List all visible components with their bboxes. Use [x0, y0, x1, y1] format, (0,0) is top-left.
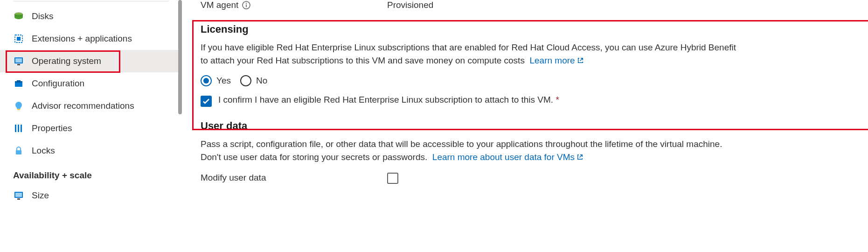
svg-rect-10	[17, 109, 20, 110]
radio-yes-label: Yes	[216, 76, 231, 86]
properties-icon	[13, 123, 24, 134]
sidebar-item-label: Configuration	[32, 78, 84, 89]
modify-userdata-value	[387, 172, 398, 184]
advisor-icon	[13, 100, 24, 112]
sidebar-item-label: Operating system	[32, 56, 101, 66]
size-icon	[13, 190, 24, 201]
disks-icon	[13, 11, 24, 22]
sidebar-item-configuration[interactable]: Configuration	[0, 72, 182, 95]
sidebar-divider	[13, 1, 169, 1]
info-icon[interactable]	[242, 1, 250, 9]
vm-agent-value: Provisioned	[387, 0, 433, 10]
locks-icon	[13, 145, 24, 156]
svg-rect-11	[15, 125, 16, 132]
required-mark: *	[556, 95, 559, 105]
sidebar-item-label: Properties	[32, 123, 72, 133]
sidebar-item-extensions[interactable]: Extensions + applications	[0, 28, 182, 50]
confirm-text: I confirm I have an eligible Red Hat Ent…	[218, 95, 553, 105]
learn-more-text: Learn more	[529, 54, 575, 67]
modify-userdata-row: Modify user data	[201, 172, 849, 184]
svg-rect-17	[17, 198, 20, 200]
extensions-icon	[13, 33, 24, 44]
sidebar-item-label: Locks	[32, 146, 55, 156]
configuration-icon	[13, 78, 24, 89]
userdata-desc: Pass a script, configuration file, or ot…	[201, 138, 737, 163]
sidebar-item-advisor[interactable]: Advisor recommendations	[0, 95, 182, 117]
sidebar: Disks Extensions + applications Operatin…	[0, 0, 182, 252]
sidebar-item-locks[interactable]: Locks	[0, 140, 182, 162]
confirm-checkbox[interactable]	[201, 96, 212, 107]
sidebar-section-availability-scale: Availability + scale	[0, 162, 182, 184]
userdata-learn-more-text: Learn more about user data for VMs	[432, 151, 575, 164]
licensing-desc: If you have eligible Red Hat Enterprise …	[201, 41, 737, 67]
vm-agent-label: VM agent	[201, 0, 387, 10]
radio-yes-indicator	[201, 75, 212, 86]
svg-rect-8	[15, 81, 22, 83]
confirm-label: I confirm I have an eligible Red Hat Ent…	[218, 95, 559, 105]
vm-agent-row: VM agent Provisioned	[201, 0, 849, 10]
svg-rect-6	[17, 64, 20, 65]
svg-point-20	[246, 3, 247, 4]
operating-system-icon	[13, 56, 24, 67]
sidebar-item-disks[interactable]: Disks	[0, 5, 182, 28]
userdata-section: User data Pass a script, configuration f…	[201, 120, 849, 184]
svg-rect-5	[15, 58, 22, 63]
radio-no-indicator	[240, 75, 251, 86]
radio-no-label: No	[256, 76, 267, 86]
radio-no[interactable]: No	[240, 75, 267, 86]
sidebar-item-label: Extensions + applications	[32, 34, 132, 44]
sidebar-item-label: Advisor recommendations	[32, 101, 134, 111]
userdata-title: User data	[201, 120, 849, 132]
sidebar-scrollbar[interactable]	[178, 0, 182, 114]
modify-userdata-label: Modify user data	[201, 173, 387, 183]
licensing-radio-group: Yes No	[201, 75, 849, 86]
licensing-learn-more-link[interactable]: Learn more	[529, 54, 583, 67]
sidebar-item-properties[interactable]: Properties	[0, 117, 182, 140]
licensing-desc-text: If you have eligible Red Hat Enterprise …	[201, 42, 736, 65]
external-link-icon	[577, 57, 584, 64]
svg-rect-9	[17, 80, 21, 81]
licensing-title: Licensing	[201, 23, 849, 35]
svg-rect-3	[17, 37, 21, 41]
radio-yes[interactable]: Yes	[201, 75, 231, 86]
sidebar-item-size[interactable]: Size	[0, 184, 182, 207]
svg-rect-16	[15, 193, 22, 197]
userdata-learn-more-link[interactable]: Learn more about user data for VMs	[432, 151, 583, 164]
svg-rect-12	[18, 125, 19, 132]
external-link-icon	[576, 154, 583, 161]
sidebar-item-label: Size	[32, 190, 49, 201]
modify-userdata-checkbox[interactable]	[387, 173, 398, 184]
svg-rect-14	[16, 150, 21, 154]
svg-rect-13	[21, 125, 22, 132]
vm-agent-label-text: VM agent	[201, 0, 238, 10]
main-content: VM agent Provisioned Licensing If you ha…	[182, 0, 868, 252]
licensing-section: Licensing If you have eligible Red Hat E…	[201, 23, 849, 107]
sidebar-item-label: Disks	[32, 11, 53, 21]
svg-rect-19	[246, 5, 247, 7]
licensing-confirm-row[interactable]: I confirm I have an eligible Red Hat Ent…	[201, 95, 849, 107]
sidebar-item-operating-system[interactable]: Operating system	[0, 50, 182, 72]
